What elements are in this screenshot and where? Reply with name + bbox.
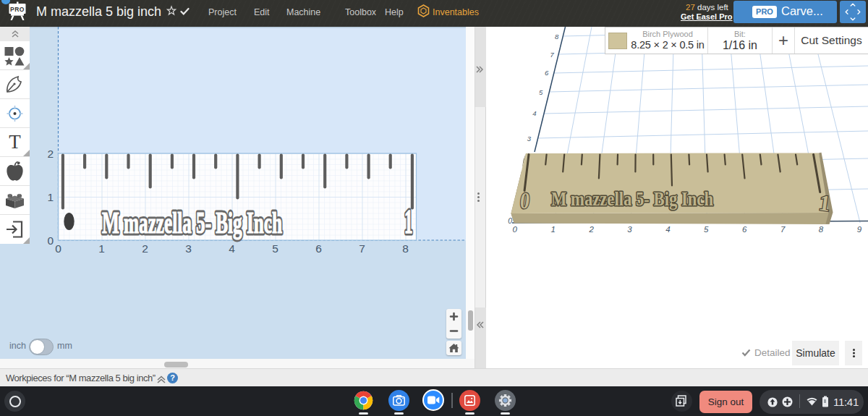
svg-text:7: 7 [550, 51, 554, 59]
svg-text:PRO: PRO [10, 6, 25, 13]
svg-text:4: 4 [532, 109, 536, 117]
svg-text:3: 3 [627, 225, 632, 234]
svg-text:1: 1 [47, 191, 54, 203]
svg-text:5: 5 [539, 88, 543, 96]
svg-text:0: 0 [47, 234, 54, 247]
svg-text:5: 5 [272, 242, 278, 255]
svg-text:5: 5 [704, 225, 709, 234]
svg-text:9: 9 [857, 225, 862, 234]
svg-text:M mazzella 5- Big Inch: M mazzella 5- Big Inch [551, 188, 713, 210]
svg-text:M mazzella 5- Big Inch: M mazzella 5- Big Inch [102, 205, 282, 239]
svg-text:4: 4 [229, 242, 235, 255]
svg-text:0: 0 [55, 242, 61, 255]
svg-text:8: 8 [819, 225, 824, 234]
svg-text:6: 6 [315, 242, 322, 255]
svg-text:7: 7 [780, 225, 786, 234]
svg-text:1: 1 [404, 204, 413, 241]
svg-text:7: 7 [359, 242, 365, 255]
svg-text:6: 6 [742, 225, 747, 234]
svg-text:3: 3 [527, 135, 532, 143]
svg-text:8: 8 [555, 33, 559, 41]
svg-text:1: 1 [98, 242, 105, 255]
svg-text:2: 2 [588, 225, 594, 234]
svg-text:0: 0 [508, 216, 512, 225]
svg-text:4: 4 [665, 225, 670, 234]
svg-text:8: 8 [402, 242, 409, 255]
svg-text:2: 2 [142, 242, 148, 255]
svg-text:3: 3 [185, 242, 192, 255]
svg-text:0: 0 [513, 225, 518, 234]
svg-text:6: 6 [545, 69, 549, 77]
svg-text:1: 1 [550, 225, 555, 234]
svg-text:2: 2 [47, 148, 54, 160]
